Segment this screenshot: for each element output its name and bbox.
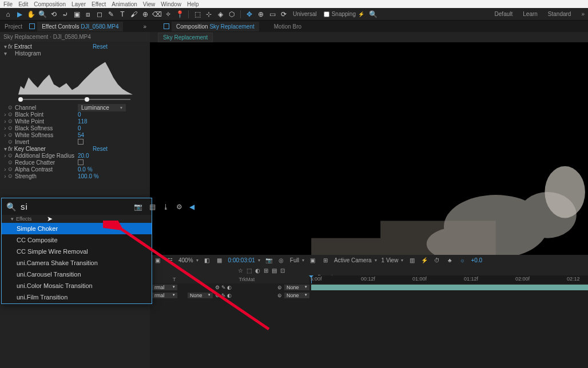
prop-edge-radius[interactable]: ›⊙ Additional Edge Radius 20.0 [2,152,148,159]
timeline-ruler[interactable]: s:00f 00:12f 01:00f 01:12f 02:00f 02:12 [309,275,588,283]
prop-black-softness[interactable]: ›⊙ Black Softness 0 [2,125,148,131]
list-item[interactable]: uni.Camera Shake Transition [2,257,152,269]
menu-window[interactable]: Window [161,1,181,7]
camera-dropdown[interactable]: Active Camera [334,257,377,263]
workspace-default[interactable]: Default [495,11,513,17]
list-item[interactable]: uni.Film Transition [2,291,152,303]
menu-file[interactable]: File [3,1,13,7]
menu-view[interactable]: View [143,1,156,7]
prop-black-point[interactable]: ›⊙ Black Point 0 [2,111,148,118]
prop-strength[interactable]: ›⊙ Strength 100.0 % [2,173,148,179]
list-item[interactable]: Simple Choker [2,223,152,234]
transparency-icon[interactable]: ▣ [309,256,317,264]
list-item[interactable]: uni.Color Mosaic Transition [2,280,152,291]
clone-tool-icon[interactable]: ⊕ [141,10,150,19]
histogram-slider[interactable] [18,97,133,102]
menu-layer[interactable]: Layer [71,1,86,7]
camera-tool-icon[interactable]: ▣ [72,10,81,19]
prop-channel[interactable]: ⊙ Channel Luminance [2,104,148,111]
gear-icon[interactable]: ⚙ [176,203,182,211]
comp-panel-icon[interactable] [164,23,169,29]
tab-composition[interactable]: Composition Sky Replacement [172,22,259,31]
layer-track[interactable] [309,292,588,299]
workspace-more-icon[interactable]: » [581,11,585,17]
table-row[interactable]: rmal ⚙ ✎ ◐ ⊚ None [150,283,588,291]
zoom-dropdown[interactable]: 400% [178,257,198,263]
exposure-value[interactable]: +0.0 [471,257,482,263]
effect-key-cleaner[interactable]: ▾fx Key Cleaner Reset [2,145,148,152]
tl-motion-blur-icon[interactable]: ◐ [255,267,260,274]
parent-dropdown[interactable]: None [284,293,309,298]
refresh-icon[interactable]: ⟳ [279,10,288,19]
exposure-icon[interactable]: ☼ [458,256,466,264]
selection-tool-icon[interactable]: ▶ [15,10,24,19]
tl-render-icon[interactable]: ⊡ [280,267,285,274]
brush-tool-icon[interactable]: 🖌 [129,10,138,19]
snapshot-icon[interactable]: 📷 [265,256,273,264]
panel-icon[interactable] [29,23,35,29]
snapping-toggle[interactable]: Snapping ⚡ [324,11,364,17]
axis-mode-label[interactable]: Universal [293,11,317,17]
fast-preview-icon[interactable]: ⚡ [420,256,428,264]
menu-edit[interactable]: Edit [18,1,28,7]
orbit-tool-icon[interactable]: ⟲ [49,10,58,19]
list-icon[interactable]: ▤ [149,203,156,211]
snapshot-icon[interactable]: 📷 [134,203,142,211]
menu-animation[interactable]: Animation [112,1,137,7]
tl-graph-icon[interactable]: ⊞ [264,267,268,274]
timeline-icon[interactable]: ⏱ [433,256,441,264]
search-toolbar-icon[interactable]: 🔍 [369,10,378,19]
menu-help[interactable]: Help [187,1,199,7]
timecode-display[interactable]: 0:00:03:01 [228,257,260,263]
layer-track[interactable] [309,284,588,291]
search-input[interactable] [21,202,129,211]
composition-viewer[interactable]: Active Camera [150,42,588,255]
light-icon[interactable]: ⬡ [227,10,236,19]
pen-tool-icon[interactable]: ✎ [106,10,116,19]
prop-reduce-chatter[interactable]: ⊙ Reduce Chatter [2,159,148,166]
resolution-dropdown[interactable]: Full [290,257,304,263]
tl-layer-icon[interactable]: ▤ [272,267,277,274]
download-icon[interactable]: ⭳ [162,203,169,211]
table-row[interactable]: rmal None ⚙ ✎ ◐ ⊚ None [150,291,588,299]
mask-icon[interactable]: ▦ [216,256,224,264]
guides-icon[interactable]: ⊞ [321,256,329,264]
blend-mode-dropdown[interactable]: rmal [152,293,177,298]
layer-clip[interactable] [311,285,588,290]
prop-white-softness[interactable]: ›⊙ White Softness 54 [2,131,148,138]
panel-menu-icon[interactable]: » [143,23,150,30]
flow-icon[interactable]: ♣ [446,256,454,264]
hand-tool-icon[interactable]: ✋ [26,10,35,19]
list-item[interactable]: CC Composite [2,234,152,246]
rect-icon[interactable]: ▭ [268,10,277,19]
rotate-tool-icon[interactable]: ⤾ [61,10,70,19]
tab-effect-controls[interactable]: Effect Controls DJI_0580.MP4 [37,22,123,31]
reduce-chatter-checkbox[interactable] [78,159,84,165]
share-icon[interactable]: ◀ [189,203,194,211]
text-tool-icon[interactable]: T [118,10,127,19]
move-tool-icon[interactable]: ✥ [245,10,254,19]
tab-motion-bro[interactable]: Motion Bro [269,22,306,31]
workspace-standard[interactable]: Standard [548,11,571,17]
pixel-icon[interactable]: ▥ [408,256,416,264]
puppet-tool-icon[interactable]: 📍 [175,10,184,19]
anchor-icon[interactable]: ⊕ [256,10,265,19]
axis-icon[interactable]: ⊹ [204,10,213,19]
prop-white-point[interactable]: ›⊙ White Point 118 [2,118,148,125]
tl-shy-icon[interactable]: ☆ [238,267,243,274]
prop-invert[interactable]: ⊙ Invert [2,138,148,145]
view-dropdown[interactable]: 1 View [382,257,404,263]
magnify-icon[interactable]: ▣ [153,256,161,264]
reset-button[interactable]: Reset [93,146,108,152]
prop-alpha-contrast[interactable]: ›⊙ Alpha Contrast 0.0 % [2,166,148,173]
search-category[interactable]: ▾Effects [2,215,152,223]
list-item[interactable]: uni.Carousel Transition [2,269,152,280]
tl-fx-icon[interactable]: ⬚ [247,267,252,274]
null-icon[interactable]: ⬚ [193,10,202,19]
workspace-learn[interactable]: Learn [523,11,538,17]
trkmat-dropdown[interactable]: None [188,293,213,298]
roto-tool-icon[interactable]: ✧ [164,10,173,19]
tab-project[interactable]: Project [0,22,27,31]
list-item[interactable]: CC Simple Wire Removal [2,246,152,257]
channel-icon[interactable]: ◧ [203,256,211,264]
